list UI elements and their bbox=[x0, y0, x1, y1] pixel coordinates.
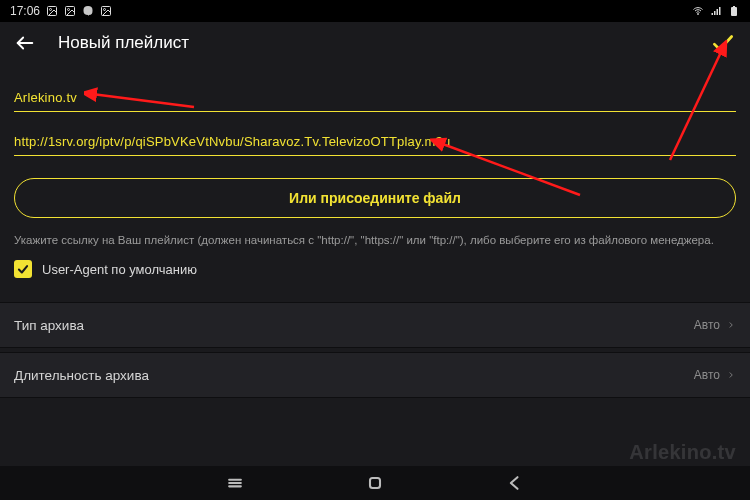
svg-rect-13 bbox=[370, 478, 380, 488]
setting-value: Авто bbox=[694, 318, 720, 332]
page-title: Новый плейлист bbox=[58, 33, 710, 53]
svg-point-5 bbox=[104, 9, 106, 11]
setting-value: Авто bbox=[694, 368, 720, 382]
svg-rect-8 bbox=[733, 6, 735, 7]
checkbox-label: User-Agent по умолчанию bbox=[42, 262, 197, 277]
setting-label: Длительность архива bbox=[14, 368, 694, 383]
attach-file-button[interactable]: Или присоедините файл bbox=[14, 178, 736, 218]
app-header: Новый плейлист bbox=[0, 22, 750, 64]
image-icon bbox=[46, 5, 58, 17]
playlist-url-input[interactable] bbox=[14, 128, 736, 156]
archive-type-row[interactable]: Тип архива Авто bbox=[0, 302, 750, 348]
battery-icon bbox=[728, 5, 740, 17]
archive-duration-row[interactable]: Длительность архива Авто bbox=[0, 352, 750, 398]
home-icon[interactable] bbox=[365, 473, 385, 493]
setting-label: Тип архива bbox=[14, 318, 694, 333]
svg-point-1 bbox=[50, 9, 52, 11]
playlist-name-input[interactable] bbox=[14, 84, 736, 112]
hint-text: Укажите ссылку на Ваш плейлист (должен н… bbox=[14, 232, 736, 248]
recent-icon[interactable] bbox=[225, 473, 245, 493]
svg-point-3 bbox=[68, 9, 70, 11]
confirm-icon[interactable] bbox=[710, 30, 736, 56]
image-icon bbox=[64, 5, 76, 17]
signal-icon bbox=[710, 5, 722, 17]
status-bar: 17:06 bbox=[0, 0, 750, 22]
image-icon bbox=[100, 5, 112, 17]
status-time: 17:06 bbox=[10, 4, 40, 18]
back-icon[interactable] bbox=[14, 32, 36, 54]
android-navbar bbox=[0, 466, 750, 500]
chevron-right-icon bbox=[726, 370, 736, 380]
svg-point-6 bbox=[698, 14, 699, 15]
user-agent-checkbox[interactable]: User-Agent по умолчанию bbox=[14, 260, 736, 278]
wifi-icon bbox=[692, 5, 704, 17]
form-area: Или присоедините файл Укажите ссылку на … bbox=[0, 64, 750, 302]
watermark-text: Arlekino.tv bbox=[629, 441, 736, 464]
svg-rect-7 bbox=[731, 7, 737, 16]
nav-back-icon[interactable] bbox=[505, 473, 525, 493]
viber-icon bbox=[82, 5, 94, 17]
chevron-right-icon bbox=[726, 320, 736, 330]
checkbox-checked-icon bbox=[14, 260, 32, 278]
